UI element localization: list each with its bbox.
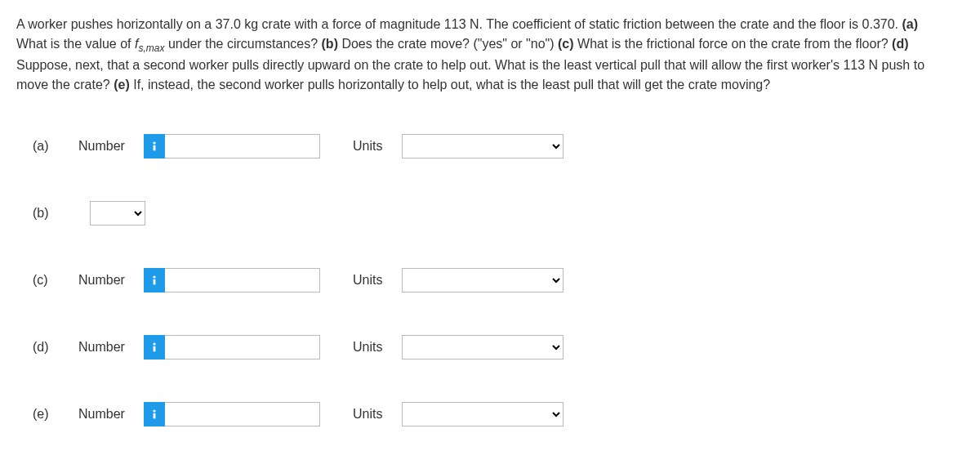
number-label-a: Number xyxy=(78,139,144,154)
svg-rect-3 xyxy=(154,279,156,285)
svg-rect-1 xyxy=(154,145,156,151)
svg-point-4 xyxy=(153,343,155,346)
part-label-b: (b) xyxy=(33,206,78,221)
q-b-bold: (b) xyxy=(322,37,338,51)
q-e-txt: If, instead, the second worker pulls hor… xyxy=(130,78,770,92)
q-intro: A worker pushes horizontally on a 37.0 k… xyxy=(16,17,902,31)
units-label-a: Units xyxy=(353,139,402,154)
q-b-txt: Does the crate move? ("yes" or "no") xyxy=(338,37,558,51)
info-icon[interactable] xyxy=(144,335,165,360)
answer-row-c: (c) Number Units xyxy=(33,268,964,293)
q-a-txt: What is the value of xyxy=(16,37,135,51)
units-select-e[interactable] xyxy=(402,402,564,427)
number-input-e[interactable] xyxy=(165,402,320,427)
number-label-d: Number xyxy=(78,340,144,355)
part-label-a: (a) xyxy=(33,139,78,154)
question-prompt: A worker pushes horizontally on a 37.0 k… xyxy=(16,15,947,95)
info-icon[interactable] xyxy=(144,134,165,159)
number-label-c: Number xyxy=(78,273,144,288)
q-c-bold: (c) xyxy=(558,37,574,51)
svg-rect-7 xyxy=(154,413,156,419)
number-input-a[interactable] xyxy=(165,134,320,159)
units-label-c: Units xyxy=(353,273,402,288)
number-input-d[interactable] xyxy=(165,335,320,360)
answer-row-b: (b) xyxy=(33,201,964,226)
svg-point-2 xyxy=(153,276,155,279)
part-label-e: (e) xyxy=(33,407,78,422)
answer-row-e: (e) Number Units xyxy=(33,402,964,427)
answer-row-a: (a) Number Units xyxy=(33,134,964,159)
part-label-c: (c) xyxy=(33,273,78,288)
q-e-bold: (e) xyxy=(114,78,130,92)
q-a-bold: (a) xyxy=(902,17,918,31)
number-label-e: Number xyxy=(78,407,144,422)
units-label-d: Units xyxy=(353,340,402,355)
info-icon[interactable] xyxy=(144,402,165,427)
units-label-e: Units xyxy=(353,407,402,422)
units-select-a[interactable] xyxy=(402,134,564,159)
q-sub: s,max xyxy=(138,42,164,54)
q-d-bold: (d) xyxy=(892,37,908,51)
answer-row-d: (d) Number Units xyxy=(33,335,964,360)
info-icon[interactable] xyxy=(144,268,165,293)
yes-no-select-b[interactable] xyxy=(90,201,145,226)
svg-point-6 xyxy=(153,410,155,413)
q-a-txt2: under the circumstances? xyxy=(164,37,321,51)
q-c-txt: What is the frictional force on the crat… xyxy=(574,37,893,51)
svg-point-0 xyxy=(153,142,155,145)
number-input-c[interactable] xyxy=(165,268,320,293)
units-select-d[interactable] xyxy=(402,335,564,360)
units-select-c[interactable] xyxy=(402,268,564,293)
part-label-d: (d) xyxy=(33,340,78,355)
svg-rect-5 xyxy=(154,346,156,352)
